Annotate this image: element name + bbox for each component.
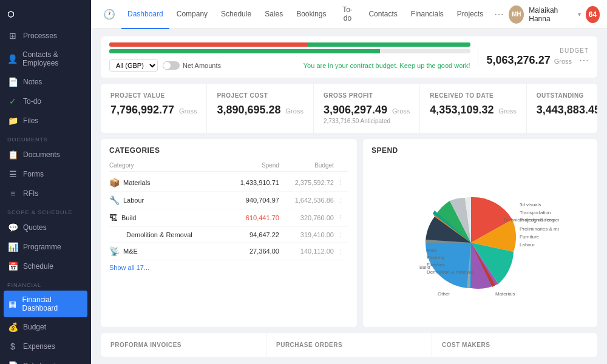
- cat-row-labour: 🔧 Labour 940,704.97 1,642,536.86 ⋮: [109, 192, 348, 209]
- tab-dashboard[interactable]: Dashboard: [121, 0, 169, 29]
- filter-row: All (GBP) Net Amounts You are in your co…: [109, 59, 470, 72]
- budget-section: All (GBP) Net Amounts You are in your co…: [101, 36, 597, 78]
- history-icon-button[interactable]: 🕐: [98, 5, 120, 24]
- sidebar-item-label: Programme: [23, 243, 61, 251]
- programme-icon: 📊: [7, 242, 18, 252]
- cat-row-materials: 📦 Materials 1,433,910.71 2,375,592.72 ⋮: [109, 174, 348, 192]
- cat-label: Build: [121, 214, 136, 221]
- categories-title: CATEGORIES: [109, 146, 348, 155]
- footer-label: COST MAKERS: [442, 342, 588, 348]
- sidebar-item-schedule[interactable]: 📅 Schedule: [0, 257, 91, 276]
- sidebar-item-label: Documents: [23, 150, 60, 159]
- tab-company[interactable]: Company: [171, 0, 214, 29]
- pie-chart-svg: Transportation 3d visuals Project misc e…: [401, 179, 559, 300]
- label-flooring: Flooring: [427, 255, 444, 260]
- cat-spend-me: 27,364.00: [225, 248, 279, 255]
- label-other: Other: [438, 291, 450, 297]
- sidebar-item-label: Expenses: [23, 342, 55, 351]
- tab-bookings[interactable]: Bookings: [290, 0, 332, 29]
- financial-dashboard-icon: ▦: [7, 299, 18, 309]
- cat-name-demolition: Demolition & Removal: [126, 231, 225, 238]
- stat-outstanding: OUTSTANDING 3,443,883.45 Gross: [527, 84, 597, 133]
- cat-more-labour[interactable]: ⋮: [334, 197, 348, 204]
- more-tabs-button[interactable]: ⋯: [490, 5, 507, 24]
- sidebar-item-sale-invoices[interactable]: 📄 Sale Invoices: [0, 356, 91, 364]
- sidebar-item-quotes[interactable]: 💬 Quotes: [0, 218, 91, 237]
- stat-gross: Gross: [286, 107, 304, 115]
- logo-icon: ⬡: [7, 10, 14, 19]
- sidebar-item-documents[interactable]: 📋 Documents: [0, 145, 91, 164]
- documents-icon: 📋: [7, 150, 18, 160]
- stat-value: 3,906,297.49: [324, 104, 387, 116]
- sidebar-item-budget[interactable]: 💰 Budget: [0, 317, 91, 337]
- budget-bars-area: All (GBP) Net Amounts You are in your co…: [109, 42, 470, 72]
- footer-cost-makers: COST MAKERS: [432, 333, 597, 357]
- toggle-switch[interactable]: [163, 61, 180, 70]
- sidebar-item-rfis[interactable]: ≡ RFIs: [0, 184, 91, 203]
- cat-more-me[interactable]: ⋮: [334, 248, 348, 255]
- col-budget: Budget: [279, 162, 334, 169]
- tab-sales[interactable]: Sales: [259, 0, 289, 29]
- sidebar-item-notes[interactable]: 📄 Notes: [0, 72, 91, 92]
- cat-row-build: 🏗 Build 610,441.70 320,760.00 ⋮: [109, 209, 348, 227]
- avatar-initials: MH: [512, 11, 521, 18]
- col-spend: Spend: [225, 162, 279, 169]
- footer-purchase-orders: PURCHASE ORDERS: [266, 333, 432, 357]
- stat-sub: 2,733,716.50 Anticipated: [324, 118, 410, 124]
- cat-spend-demolition: 94,647.22: [225, 231, 279, 238]
- notification-badge[interactable]: 64: [586, 6, 600, 23]
- cat-more-materials[interactable]: ⋮: [334, 179, 348, 187]
- label-materials: Materials: [495, 291, 515, 297]
- user-dropdown-icon[interactable]: ▾: [578, 11, 581, 18]
- label-me: M&e: [427, 248, 437, 253]
- show-all-link[interactable]: Show all 17...: [109, 260, 149, 271]
- stat-label: OUTSTANDING: [537, 92, 597, 99]
- tab-contacts[interactable]: Contacts: [362, 0, 403, 29]
- cat-name-labour: 🔧 Labour: [109, 195, 225, 205]
- stat-value-row: 7,796,992.77 Gross: [110, 104, 197, 116]
- label-transport: Transportation: [520, 210, 551, 215]
- cat-more-build[interactable]: ⋮: [334, 214, 348, 222]
- col-category: Category: [109, 162, 225, 169]
- avatar: MH: [509, 5, 524, 24]
- cat-label: M&E: [123, 248, 138, 255]
- sidebar-item-label: To-do: [23, 97, 41, 106]
- sidebar-item-todo[interactable]: ✓ To-do: [0, 92, 91, 111]
- sidebar-item-programme[interactable]: 📊 Programme: [0, 237, 91, 257]
- sidebar-item-expenses[interactable]: $ Expenses: [0, 337, 91, 356]
- rfis-icon: ≡: [7, 189, 18, 198]
- cat-more-demolition[interactable]: ⋮: [334, 231, 348, 238]
- me-icon: 📡: [109, 246, 120, 256]
- label-prelim: Preliminaries & management: [520, 226, 559, 232]
- stat-value: 7,796,992.77: [110, 104, 174, 116]
- sidebar-item-label: Processes: [23, 32, 57, 40]
- currency-filter[interactable]: All (GBP): [109, 59, 158, 72]
- cat-budget-build: 320,760.00: [279, 214, 334, 221]
- sidebar-item-financial-dashboard[interactable]: ▦ Financial Dashboard: [4, 291, 87, 317]
- tab-projects[interactable]: Projects: [451, 0, 489, 29]
- sidebar-item-processes[interactable]: ⊞ Processes: [0, 26, 91, 46]
- sidebar-item-label: RFIs: [23, 189, 38, 198]
- sidebar-item-files[interactable]: 📁 Files: [0, 111, 91, 130]
- stat-value-row: 3,906,297.49 Gross: [324, 104, 410, 116]
- user-name[interactable]: Malaikah Hanna: [529, 6, 572, 23]
- files-icon: 📁: [7, 116, 18, 126]
- tab-schedule[interactable]: Schedule: [215, 0, 257, 29]
- tab-todo[interactable]: To-do: [334, 0, 362, 29]
- sidebar-item-contacts-employees[interactable]: 👤 Contacts & Employees: [0, 46, 91, 72]
- sidebar-item-forms[interactable]: ☰ Forms: [0, 164, 91, 184]
- sidebar-item-label: Contacts & Employees: [22, 50, 84, 67]
- cat-name-materials: 📦 Materials: [109, 178, 225, 187]
- cat-budget-me: 140,112.00: [279, 248, 334, 255]
- stat-gross: Gross: [498, 107, 516, 115]
- footer-proforma: PROFORMA INVOICES: [101, 333, 266, 357]
- net-amounts-toggle[interactable]: Net Amounts: [163, 61, 221, 70]
- notes-icon: 📄: [7, 77, 18, 87]
- tab-financials[interactable]: Financials: [405, 0, 450, 29]
- budget-more-icon[interactable]: ⋯: [579, 55, 589, 66]
- bar-fill: [109, 49, 380, 53]
- cat-table-header: Category Spend Budget: [109, 160, 348, 172]
- cat-row-demolition: Demolition & Removal 94,647.22 319,410.0…: [109, 227, 348, 243]
- nav-right: MH Malaikah Hanna ▾ 64: [509, 5, 600, 24]
- stat-project-cost: PROJECT COST 3,890,695.28 Gross: [207, 84, 313, 133]
